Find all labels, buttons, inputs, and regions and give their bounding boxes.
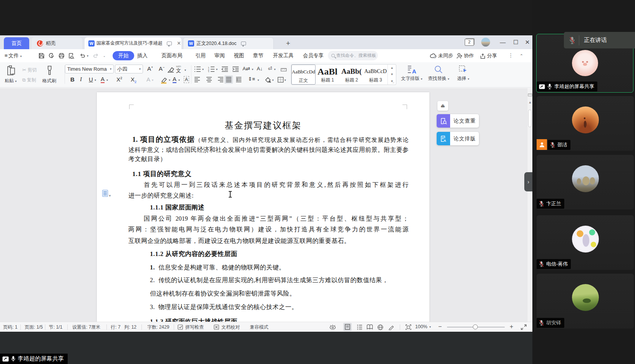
italic-button[interactable]: I [80,76,82,83]
paper-layout-button[interactable]: A 论文排版 [437,132,479,145]
pinyin-dropdown[interactable]: ▾ [185,68,186,72]
spellcheck-label[interactable]: 拼写检查 [185,324,204,331]
zoom-level[interactable]: 100% [415,324,427,329]
menu-dev-tools[interactable]: 开发工具 [273,51,294,60]
style-heading1[interactable]: AaBl 标题 1 [316,65,340,85]
participant-tile[interactable]: 胡安铎 [537,274,634,329]
menu-review[interactable]: 审阅 [214,51,225,60]
style-heading2[interactable]: AaBb( 标题 2 [339,65,364,85]
document-page[interactable] [97,92,429,357]
fit-page-icon[interactable] [406,324,411,330]
menu-insert[interactable]: 插入 [137,51,148,60]
sync-status[interactable]: 未同步 [438,51,453,60]
share-label[interactable]: 分享 [487,51,497,60]
sidebar-collapse-tab[interactable]: › [524,172,532,191]
pinyin-guide-icon[interactable]: wén文 [176,65,181,74]
decrease-indent-icon[interactable] [221,66,228,72]
align-left-icon[interactable] [194,77,200,82]
menu-page-layout[interactable]: 页面布局 [161,51,182,60]
delete-line-dropdown[interactable]: ▾ [106,78,108,82]
paste-options-widget[interactable]: ▾ [102,190,111,198]
menu-home[interactable]: 开始 [113,51,134,60]
decrease-font-icon[interactable]: A− [159,65,165,72]
find-replace-button[interactable]: 查找替换 ▾ [427,65,450,82]
participant-tile[interactable]: 邵洁 [537,96,634,151]
file-menu[interactable]: ≡ 文件 ▾ [5,51,22,60]
participant-tile[interactable]: 电信-蒋伟 [537,215,634,270]
line-spacing-icon[interactable]: ⇕≡ [248,76,255,82]
proofread-icon[interactable] [214,324,219,330]
redo-icon[interactable] [93,53,99,59]
minimize-button[interactable]: — [499,38,507,46]
zoom-out-icon[interactable]: − [438,323,442,330]
save-icon[interactable] [38,53,45,59]
fullscreen-icon[interactable] [521,324,527,330]
sort-icon[interactable]: A↓ [257,66,263,71]
font-color-dropdown[interactable]: ▾ [178,78,180,82]
zoom-in-icon[interactable]: + [510,323,513,330]
menu-view[interactable]: 视图 [234,51,244,60]
user-avatar[interactable] [481,38,490,47]
cut-button[interactable]: ✂ 剪切 [22,67,37,73]
distribute-icon[interactable] [236,77,242,82]
underline-button[interactable]: U [89,76,93,83]
scroll-up-icon[interactable]: ▲ [527,100,533,104]
clear-format-icon[interactable] [167,66,175,73]
collab-label[interactable]: 协作 [464,51,474,60]
close-button[interactable]: ✕ [524,38,531,46]
zoom-dropdown[interactable]: ▾ [429,325,431,329]
style-heading3[interactable]: AaBbCcD 标题 3 [364,65,388,85]
increase-font-icon[interactable]: A+ [147,65,153,72]
participant-tile[interactable]: 卞正兰 [537,155,634,209]
increase-indent-icon[interactable] [232,66,239,72]
proofread-label[interactable]: 文档校对 [221,324,240,331]
more-commands-icon[interactable]: ⌄ [103,54,106,58]
paste-label[interactable]: 粘贴 ▾ [5,78,17,84]
undo-dropdown-icon[interactable]: ▾ [87,54,88,58]
format-painter-label[interactable]: 格式刷 [42,78,56,84]
char-border-icon[interactable]: A [184,76,189,83]
more-menu-icon[interactable]: ⋮ [508,51,514,60]
status-word-count[interactable]: 字数: 2429 [147,324,169,331]
align-center-icon[interactable] [206,77,212,82]
share-icon[interactable] [480,53,486,59]
style-gallery-arrows[interactable]: ▲▼▼̲ [387,65,396,85]
spellcheck-icon[interactable] [178,324,183,330]
new-tab-button[interactable]: + [286,39,290,48]
highlight-icon[interactable] [160,77,168,84]
tab-document-1[interactable]: W 国家基金撰写方法及技巧-李靖超 ✕ [85,37,181,49]
collapse-ribbon-icon[interactable]: ⌃ [520,51,523,60]
tab-document-2[interactable]: W 正文2020.4.18.doc [183,37,274,49]
char-shading-icon[interactable]: A [146,76,150,83]
text-layout-button[interactable]: A 文字排版 ▾ [401,65,423,82]
preview-icon[interactable] [68,53,75,59]
print-icon[interactable] [58,53,65,59]
undo-icon[interactable] [79,53,85,59]
format-painter-icon[interactable] [45,65,54,75]
pen-mode-icon[interactable] [388,324,394,330]
bullet-list-icon[interactable] [194,66,201,72]
maximize-button[interactable]: ☐ [512,38,520,46]
eject-tools-button[interactable]: ⏏ [437,101,448,111]
char-shading-dropdown[interactable]: ▾ [152,78,153,82]
paste-icon[interactable] [6,65,17,76]
shading-icon[interactable] [264,77,271,83]
scrollbar-thumb[interactable] [528,110,532,127]
menu-section[interactable]: 章节 [253,51,263,60]
superscript-icon[interactable]: X2 [116,76,122,83]
subscript-icon[interactable]: X2 [131,76,136,84]
justify-icon[interactable] [224,75,233,84]
book-view-icon[interactable] [367,324,373,330]
font-size-select[interactable]: 小四▾ [115,65,143,73]
align-right-icon[interactable] [218,77,224,82]
border-icon[interactable] [278,77,284,83]
command-search-input[interactable]: 查找命令、搜索模板 [328,51,378,60]
copy-button[interactable]: ⧉ 复制 [22,77,36,83]
paper-check-button[interactable]: 论文查重 [437,114,479,128]
export-icon[interactable] [48,53,55,59]
select-button[interactable]: 选择 ▾ [452,65,474,82]
document-area[interactable]: 基金撰写建议框架 1. 项目的立项依据（研究意义、国内外研究现状及发展动态分析，… [0,88,527,357]
menu-references[interactable]: 引用 [195,51,206,60]
underline-dropdown[interactable]: ▾ [95,78,96,82]
zoom-slider-knob[interactable] [473,324,478,329]
